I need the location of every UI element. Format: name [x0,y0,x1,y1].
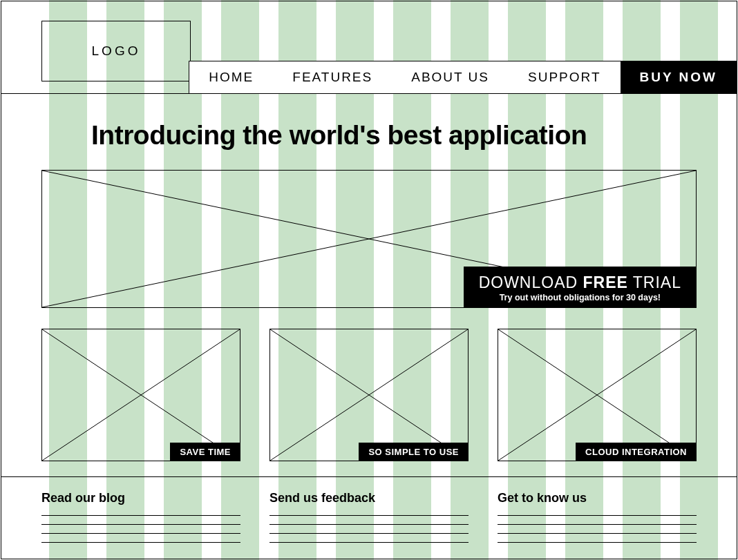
footer-line[interactable] [498,533,697,542]
feature-tag: CLOUD INTEGRATION [576,443,697,461]
nav-support[interactable]: SUPPORT [509,61,621,93]
footer-line[interactable] [269,542,469,551]
footer-line[interactable] [269,515,469,524]
hero-headline: Introducing the world's best application [41,120,697,170]
footer-col-blog: Read our blog [41,491,240,551]
logo-placeholder[interactable]: LOGO [41,21,191,81]
cta-download-trial[interactable]: DOWNLOAD FREE TRIAL Try out without obli… [464,267,697,308]
nav-buy-now[interactable]: BUY NOW [621,61,737,93]
footer-title: Send us feedback [269,491,469,505]
cta-subtext: Try out without obligations for 30 days! [479,293,681,302]
hero-image-placeholder: DOWNLOAD FREE TRIAL Try out without obli… [41,170,697,308]
feature-row: SAVE TIME SO SIMPLE TO USE CLOUD INTEGRA… [1,308,737,476]
footer-line[interactable] [41,542,240,551]
feature-card-2[interactable]: SO SIMPLE TO USE [269,329,469,461]
hero-section: Introducing the world's best application… [1,94,737,308]
footer-line[interactable] [41,515,240,524]
navbar: HOME FEATURES ABOUT US SUPPORT BUY NOW [189,61,737,94]
header: LOGO HOME FEATURES ABOUT US SUPPORT BUY … [1,1,737,94]
feature-card-1[interactable]: SAVE TIME [41,329,240,461]
page-frame: LOGO HOME FEATURES ABOUT US SUPPORT BUY … [1,1,737,559]
feature-tag: SAVE TIME [170,443,240,461]
nav-about[interactable]: ABOUT US [392,61,509,93]
footer-line[interactable] [269,533,469,542]
footer-title: Get to know us [498,491,697,505]
footer-line[interactable] [498,524,697,533]
nav-home[interactable]: HOME [189,61,273,93]
feature-tag: SO SIMPLE TO USE [359,443,469,461]
footer-line[interactable] [269,524,469,533]
cta-main-text: DOWNLOAD FREE TRIAL [479,273,681,292]
footer-line[interactable] [498,515,697,524]
nav-features[interactable]: FEATURES [273,61,392,93]
footer-col-about: Get to know us [498,491,697,551]
footer-line[interactable] [41,524,240,533]
footer-line[interactable] [41,533,240,542]
feature-card-3[interactable]: CLOUD INTEGRATION [498,329,697,461]
footer-line[interactable] [498,542,697,551]
footer-title: Read our blog [41,491,240,505]
footer: Read our blog Send us feedback Get to kn… [1,476,737,551]
footer-col-feedback: Send us feedback [269,491,469,551]
